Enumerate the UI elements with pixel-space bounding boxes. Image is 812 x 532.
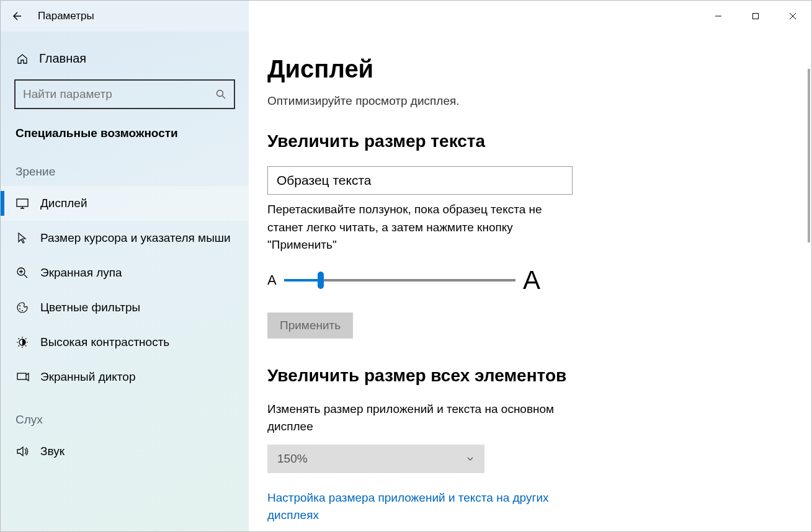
chevron-down-icon	[466, 454, 475, 463]
svg-point-5	[19, 308, 20, 309]
sample-text-box: Образец текста	[267, 166, 573, 195]
nav-label: Размер курсора и указателя мыши	[40, 231, 231, 246]
svg-point-1	[217, 91, 223, 97]
group-vision: Зрение	[1, 146, 249, 186]
page-title: Дисплей	[267, 55, 787, 83]
section-scale-all: Увеличить размер всех элементов	[267, 366, 787, 386]
link-other-displays[interactable]: Настройка размера приложений и текста на…	[267, 489, 590, 525]
search-box[interactable]	[14, 79, 235, 109]
nav-magnifier[interactable]: Экранная лупа	[1, 255, 249, 290]
search-wrap	[14, 79, 235, 109]
minimize-button[interactable]	[700, 1, 737, 32]
big-a-label: A	[523, 265, 540, 295]
window-controls	[700, 1, 811, 32]
palette-icon	[16, 301, 29, 314]
arrow-left-icon	[11, 11, 22, 22]
search-icon	[215, 89, 226, 100]
close-icon	[789, 12, 796, 20]
svg-rect-0	[753, 14, 759, 19]
nav-sound[interactable]: Звук	[1, 434, 249, 469]
close-button[interactable]	[774, 1, 811, 32]
scrollbar[interactable]	[808, 69, 810, 242]
titlebar: Параметры	[1, 1, 811, 32]
nav-label: Экранная лупа	[40, 265, 122, 281]
sidebar: Главная Специальные возможности Зрение Д…	[1, 32, 249, 531]
small-a-label: A	[267, 272, 277, 288]
nav-label: Дисплей	[40, 196, 87, 211]
text-size-slider[interactable]	[284, 279, 515, 282]
category-header: Специальные возможности	[1, 120, 249, 146]
text-size-slider-row: A A	[267, 265, 540, 295]
home-icon	[16, 52, 29, 66]
maximize-button[interactable]	[737, 1, 774, 32]
section-text-size: Увеличить размер текста	[267, 131, 787, 151]
speaker-icon	[16, 445, 29, 458]
main-content: Дисплей Оптимизируйте просмотр дисплея. …	[249, 32, 811, 531]
slider-thumb[interactable]	[318, 272, 324, 289]
contrast-icon	[16, 335, 29, 349]
nav-label: Цветные фильтры	[40, 300, 140, 316]
group-hearing: Слух	[1, 394, 249, 434]
narrator-icon	[16, 370, 29, 384]
nav-label: Звук	[40, 444, 65, 459]
nav-display[interactable]: Дисплей	[1, 186, 249, 221]
svg-rect-2	[17, 199, 28, 206]
search-input[interactable]	[23, 87, 215, 101]
slider-instruction: Перетаскивайте ползунок, пока образец те…	[267, 201, 573, 254]
scale-dropdown[interactable]: 150%	[267, 445, 484, 473]
apply-button[interactable]: Применить	[267, 313, 353, 339]
nav-cursor-size[interactable]: Размер курсора и указателя мыши	[1, 221, 249, 255]
svg-point-6	[22, 310, 23, 311]
svg-rect-8	[17, 373, 26, 379]
svg-point-4	[19, 305, 20, 306]
scale-value: 150%	[277, 452, 308, 466]
app-title: Параметры	[38, 10, 94, 22]
nav-color-filters[interactable]: Цветные фильтры	[1, 290, 249, 325]
magnifier-icon	[16, 266, 29, 280]
cursor-icon	[16, 231, 29, 245]
home-link[interactable]: Главная	[1, 44, 249, 73]
back-button[interactable]	[1, 1, 32, 32]
maximize-icon	[752, 12, 759, 20]
nav-label: Экранный диктор	[40, 370, 135, 385]
minimize-icon	[715, 12, 722, 20]
home-label: Главная	[39, 51, 86, 66]
nav-high-contrast[interactable]: Высокая контрастность	[1, 325, 249, 360]
scale-description: Изменять размер приложений и текста на о…	[267, 401, 590, 436]
nav-label: Высокая контрастность	[40, 335, 169, 350]
monitor-icon	[16, 197, 29, 210]
nav-narrator[interactable]: Экранный диктор	[1, 360, 249, 394]
page-subtitle: Оптимизируйте просмотр дисплея.	[267, 94, 787, 108]
